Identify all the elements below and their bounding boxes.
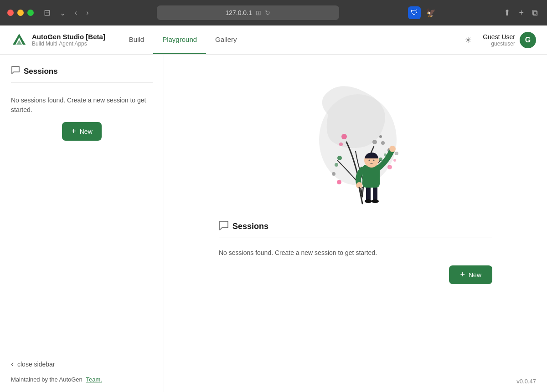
- svg-point-12: [387, 165, 392, 169]
- svg-rect-16: [366, 185, 371, 201]
- tab-gallery[interactable]: Gallery: [206, 25, 246, 54]
- browser-right-controls: ⬆ + ⧉: [502, 6, 540, 20]
- nav-tabs: Build Playground Gallery: [120, 25, 246, 54]
- main-sessions-header: Sessions: [219, 220, 492, 238]
- theme-toggle-button[interactable]: ☀: [461, 33, 475, 47]
- svg-point-15: [395, 152, 398, 155]
- chat-bubble-icon: [11, 66, 20, 77]
- svg-point-7: [372, 140, 377, 144]
- browser-chrome: ⊟ ⌄ ‹ › 127.0.0.1 ⊞ ↻ 🛡 🦅 ⬆ + ⧉: [0, 0, 547, 25]
- browser-chevron-down-button[interactable]: ⌄: [57, 7, 68, 19]
- bitwarden-extension-icon[interactable]: 🛡: [408, 6, 421, 19]
- app: AutoGen Studio [Beta] Build Multi-Agent …: [0, 25, 547, 392]
- version-text: v0.0.47: [516, 378, 536, 385]
- svg-point-25: [369, 160, 370, 161]
- address-text: 127.0.0.1: [225, 9, 252, 16]
- app-header: AutoGen Studio [Beta] Build Multi-Agent …: [0, 25, 547, 55]
- svg-point-19: [372, 199, 379, 203]
- main-sessions-title: Sessions: [232, 222, 268, 231]
- app-logo: AutoGen Studio [Beta] Build Multi-Agent …: [11, 32, 105, 48]
- svg-point-9: [381, 141, 385, 145]
- sidebar-new-session-button[interactable]: + New: [62, 122, 102, 141]
- logo-text: AutoGen Studio [Beta] Build Multi-Agent …: [32, 33, 105, 47]
- footer-maintained: Maintained by the AutoGen Team.: [11, 376, 153, 383]
- user-name-block: Guest User guestuser: [483, 33, 515, 47]
- sidebar-empty-sessions: No sessions found. Create a new session …: [11, 96, 153, 141]
- close-sidebar-label: close sidebar: [17, 361, 55, 368]
- refresh-icon[interactable]: ↻: [265, 9, 270, 16]
- user-full-name: Guest User: [483, 33, 515, 41]
- close-button[interactable]: [7, 10, 14, 16]
- svg-point-5: [341, 134, 347, 139]
- main-sessions-section: Sessions No sessions found. Create a new…: [219, 220, 492, 290]
- address-bar[interactable]: 127.0.0.1 ⊞ ↻: [157, 5, 339, 20]
- sidebar-sessions-header: Sessions: [11, 66, 153, 83]
- tab-build[interactable]: Build: [120, 25, 153, 54]
- svg-point-26: [373, 160, 375, 161]
- svg-point-3: [379, 158, 382, 161]
- svg-point-18: [365, 199, 372, 203]
- user-avatar[interactable]: G: [520, 32, 536, 48]
- app-body: Sessions No sessions found. Create a new…: [0, 55, 547, 392]
- header-right: ☀ Guest User guestuser G: [461, 32, 536, 48]
- chevron-left-icon: ‹: [11, 359, 14, 369]
- sidebar-sessions-title: Sessions: [24, 67, 58, 76]
- app-name: AutoGen Studio [Beta]: [32, 33, 105, 41]
- svg-point-2: [335, 163, 338, 167]
- svg-point-6: [339, 143, 343, 146]
- plus-icon: +: [71, 127, 76, 136]
- svg-point-11: [332, 172, 335, 176]
- back-button[interactable]: ‹: [72, 7, 80, 19]
- svg-point-14: [337, 180, 341, 184]
- user-info[interactable]: Guest User guestuser G: [483, 32, 536, 48]
- app-footer-right: v0.0.47: [169, 378, 536, 385]
- translate-icon: ⊞: [256, 9, 261, 16]
- share-icon[interactable]: ⬆: [502, 6, 512, 20]
- browser-extensions: 🛡 🦅: [408, 6, 437, 19]
- traffic-lights: [7, 10, 34, 16]
- main-empty-text: No sessions found. Create a new session …: [219, 249, 492, 256]
- main-new-session-button[interactable]: + New: [449, 265, 492, 284]
- autogen-logo-icon: [11, 32, 27, 48]
- svg-point-1: [337, 156, 342, 160]
- footer-team-link[interactable]: Team.: [86, 376, 102, 383]
- close-sidebar-button[interactable]: ‹ close sidebar: [11, 357, 55, 371]
- other-extension-icon[interactable]: 🦅: [424, 6, 437, 19]
- illustration-container: [182, 69, 529, 206]
- main-new-button-label: New: [469, 271, 481, 279]
- main-panel: Sessions No sessions found. Create a new…: [164, 55, 547, 392]
- svg-rect-17: [373, 185, 377, 201]
- tabs-icon[interactable]: ⧉: [530, 6, 540, 20]
- new-tab-icon[interactable]: +: [517, 6, 526, 20]
- sidebar: Sessions No sessions found. Create a new…: [0, 55, 164, 392]
- main-plus-icon: +: [460, 270, 465, 280]
- sidebar-footer: ‹ close sidebar Maintained by the AutoGe…: [0, 350, 164, 392]
- fullscreen-button[interactable]: [27, 10, 34, 16]
- main-chat-bubble-icon: [219, 220, 229, 232]
- sidebar-empty-text: No sessions found. Create a new session …: [11, 96, 153, 115]
- sidebar-toggle-button[interactable]: ⊟: [41, 6, 53, 20]
- tab-playground[interactable]: Playground: [153, 25, 206, 54]
- empty-state-illustration: [292, 69, 419, 206]
- user-username: guestuser: [483, 41, 515, 47]
- svg-point-13: [393, 159, 396, 162]
- svg-point-21: [389, 146, 396, 152]
- browser-controls: ⊟ ⌄ ‹ ›: [41, 6, 92, 20]
- sidebar-new-button-label: New: [80, 128, 93, 135]
- forward-button[interactable]: ›: [83, 7, 91, 19]
- app-tagline: Build Multi-Agent Apps: [32, 41, 105, 47]
- footer-maintained-text: Maintained by the AutoGen: [11, 376, 83, 383]
- minimize-button[interactable]: [17, 10, 24, 16]
- svg-point-8: [379, 135, 382, 138]
- svg-rect-20: [362, 165, 380, 188]
